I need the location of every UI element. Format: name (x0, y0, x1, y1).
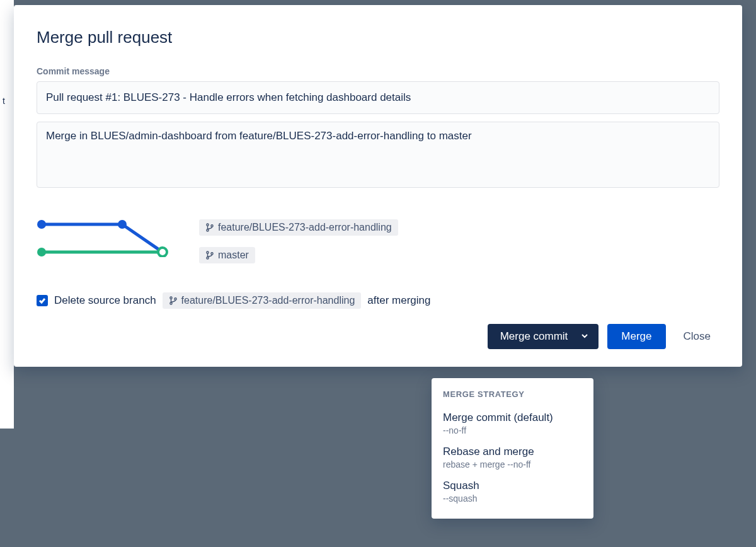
svg-point-7 (207, 224, 209, 226)
delete-label-prefix: Delete source branch (54, 294, 156, 307)
svg-point-9 (211, 225, 213, 227)
delete-label-suffix: after merging (367, 294, 430, 307)
target-branch-label: master (218, 250, 249, 261)
commit-message-label: Commit message (37, 66, 719, 76)
branch-icon (205, 223, 214, 232)
background-page-fragment: t (0, 0, 14, 429)
checkmark-icon (38, 297, 46, 304)
merge-pull-request-modal: Merge pull request Commit message Merge … (14, 5, 742, 367)
strategy-option-sub: --squash (443, 493, 582, 504)
merge-strategy-dropdown-button[interactable]: Merge commit (488, 324, 599, 349)
branch-icon (205, 251, 214, 260)
svg-point-14 (170, 302, 172, 304)
delete-branch-pill: feature/BLUES-273-add-error-handling (163, 292, 362, 309)
strategy-option-sub: rebase + merge --no-ff (443, 459, 582, 469)
strategy-option-label: Squash (443, 480, 582, 492)
svg-point-5 (37, 248, 46, 256)
chevron-down-icon (576, 330, 588, 343)
delete-source-branch-row: Delete source branch feature/BLUES-273-a… (37, 292, 719, 309)
branch-icon (169, 296, 178, 305)
svg-point-10 (207, 251, 209, 253)
strategy-option-merge-commit[interactable]: Merge commit (default) --no-ff (432, 406, 593, 440)
source-branch-label: feature/BLUES-273-add-error-handling (218, 222, 392, 233)
commit-description-input[interactable]: Merge in BLUES/admin-dashboard from feat… (37, 122, 719, 188)
delete-branch-label: feature/BLUES-273-add-error-handling (181, 295, 355, 306)
svg-point-4 (118, 220, 127, 229)
svg-point-13 (170, 297, 172, 299)
close-button[interactable]: Close (675, 324, 719, 349)
strategy-option-label: Merge commit (default) (443, 412, 582, 424)
merge-strategy-label: Merge commit (500, 330, 568, 343)
branch-merge-diagram (37, 219, 173, 257)
target-branch-pill: master (199, 247, 255, 263)
delete-source-branch-checkbox[interactable] (37, 295, 48, 306)
svg-point-11 (207, 257, 209, 259)
modal-footer: Merge commit Merge Close (37, 324, 719, 349)
modal-title: Merge pull request (37, 28, 719, 47)
source-branch-pill: feature/BLUES-273-add-error-handling (199, 219, 398, 236)
branch-diagram-row: feature/BLUES-273-add-error-handling mas… (37, 219, 719, 263)
merge-strategy-dropdown: MERGE STRATEGY Merge commit (default) --… (432, 378, 593, 519)
strategy-option-label: Rebase and merge (443, 446, 582, 458)
strategy-option-rebase[interactable]: Rebase and merge rebase + merge --no-ff (432, 440, 593, 475)
strategy-option-sub: --no-ff (443, 425, 582, 435)
svg-point-12 (211, 253, 213, 255)
svg-point-6 (158, 248, 167, 256)
commit-title-input[interactable] (37, 81, 719, 114)
branch-pills: feature/BLUES-273-add-error-handling mas… (199, 219, 398, 263)
merge-button[interactable]: Merge (607, 324, 665, 349)
svg-point-3 (37, 220, 46, 229)
svg-line-2 (122, 224, 163, 252)
strategy-option-squash[interactable]: Squash --squash (432, 475, 593, 509)
svg-point-8 (207, 229, 209, 231)
dropdown-header: MERGE STRATEGY (432, 389, 593, 406)
svg-point-15 (175, 298, 176, 300)
